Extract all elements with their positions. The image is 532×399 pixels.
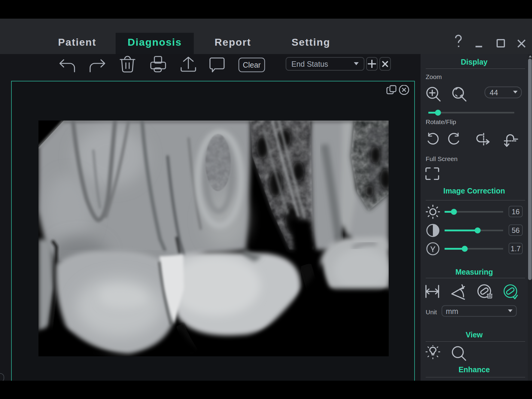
svg-text:Clear: Clear — [243, 61, 261, 69]
svg-text:44: 44 — [490, 88, 498, 97]
svg-text:mm: mm — [446, 307, 458, 315]
svg-text:End Status: End Status — [291, 60, 328, 68]
